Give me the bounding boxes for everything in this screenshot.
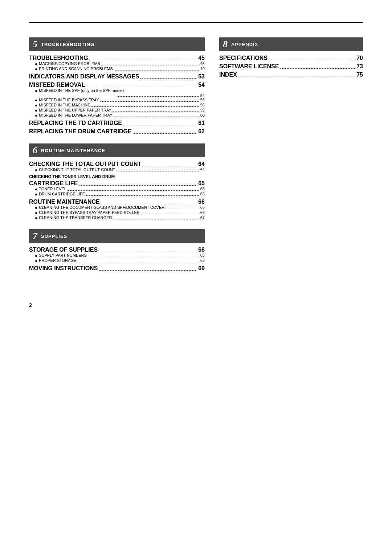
toc-entry: REPLACING THE TD CARTRIDGE61 xyxy=(29,120,205,126)
toc-sub-entry: ●MISFEED IN THE MACHINE56 xyxy=(29,103,205,108)
toc-sub-entry: ●MISFEED IN THE UPPER PAPER TRAY59 xyxy=(29,108,205,113)
toc-sub-entry: ●CLEANING THE BYPASS TRAY PAPER FEED ROL… xyxy=(29,210,205,215)
section-number: 7 xyxy=(33,231,37,242)
toc-entry: CHECKING THE TOTAL OUTPUT COUNT64 xyxy=(29,161,205,167)
toc-sub-entry: ●CLEANING THE TRANSFER CHARGER67 xyxy=(29,215,205,220)
toc-entry: REPLACING THE DRUM CARTRIDGE62 xyxy=(29,128,205,135)
toc-sub-entry: ●MISFEED IN THE SPF (only on the SPF mod… xyxy=(29,88,205,93)
toc-entry: MISFEED REMOVAL54 xyxy=(29,82,205,88)
page-content: 5TROUBLESHOOTINGTROUBLESHOOTING45●MACHIN… xyxy=(29,37,363,280)
section-header: 6ROUTINE MAINTENANCE xyxy=(29,143,205,157)
toc-entry: INDEX75 xyxy=(219,72,363,78)
section-5: 5TROUBLESHOOTINGTROUBLESHOOTING45●MACHIN… xyxy=(29,37,205,135)
right-column: 8APPENDIXSPECIFICATIONS70SOFTWARE LICENS… xyxy=(219,37,363,280)
section-number: 5 xyxy=(33,39,37,50)
toc-entry: INDICATORS AND DISPLAY MESSAGES53 xyxy=(29,73,205,80)
section-header: 5TROUBLESHOOTING xyxy=(29,37,205,51)
toc-sub-entry: ●CLEANING THE DOCUMENT GLASS AND SPF/DOC… xyxy=(29,205,205,210)
toc-sub-entry: ●CHECKING THE TOTAL OUTPUT COUNT64 xyxy=(29,167,205,173)
toc-entry: ROUTINE MAINTENANCE66 xyxy=(29,199,205,205)
toc-sub-entry: ●MACHINE/COPYING PROBLEMS46 xyxy=(29,61,205,66)
page-number: 2 xyxy=(29,302,363,308)
section-title: TROUBLESHOOTING xyxy=(41,42,94,47)
toc-sub-entry: ●PRINTING AND SCANNING PROBLEMS49 xyxy=(29,66,205,72)
toc-sub-entry: ●MISFEED IN THE BYPASS TRAY55 xyxy=(29,98,205,103)
section-number: 6 xyxy=(33,145,37,156)
toc-sub-nodot: 54 xyxy=(29,93,205,98)
section-number: 8 xyxy=(223,39,228,50)
section-8: 8APPENDIXSPECIFICATIONS70SOFTWARE LICENS… xyxy=(219,37,363,78)
toc-entry: CARTRIDGE LIFE65 xyxy=(29,180,205,187)
toc-entry: STORAGE OF SUPPLIES68 xyxy=(29,247,205,253)
toc-main2: CHECKING THE TONER LEVEL AND DRUMCARTRID… xyxy=(29,174,205,187)
section-7: 7SUPPLIESSTORAGE OF SUPPLIES68●SUPPLY PA… xyxy=(29,229,205,272)
top-rule xyxy=(29,22,363,23)
toc-sub-entry: ●SUPPLY PART NUMBERS68 xyxy=(29,253,205,258)
section-title: SUPPLIES xyxy=(41,234,67,239)
toc-sub-entry: ●PROPER STORAGE68 xyxy=(29,258,205,263)
toc-sub-entry: ●DRUM CARTRIDGE LIFE65 xyxy=(29,192,205,197)
toc-entry: SPECIFICATIONS70 xyxy=(219,55,363,61)
section-title: APPENDIX xyxy=(231,42,258,47)
section-6: 6ROUTINE MAINTENANCECHECKING THE TOTAL O… xyxy=(29,143,205,220)
section-header: 8APPENDIX xyxy=(219,37,363,51)
toc-sub-entry: ●MISFEED IN THE LOWER PAPER TRAY60 xyxy=(29,113,205,118)
section-title: ROUTINE MAINTENANCE xyxy=(41,148,105,153)
section-header: 7SUPPLIES xyxy=(29,229,205,243)
left-column: 5TROUBLESHOOTINGTROUBLESHOOTING45●MACHIN… xyxy=(29,37,205,280)
toc-entry: MOVING INSTRUCTIONS69 xyxy=(29,265,205,272)
toc-entry: SOFTWARE LICENSE73 xyxy=(219,63,363,70)
toc-entry: TROUBLESHOOTING45 xyxy=(29,55,205,61)
toc-sub-entry: ●TONER LEVEL65 xyxy=(29,187,205,192)
